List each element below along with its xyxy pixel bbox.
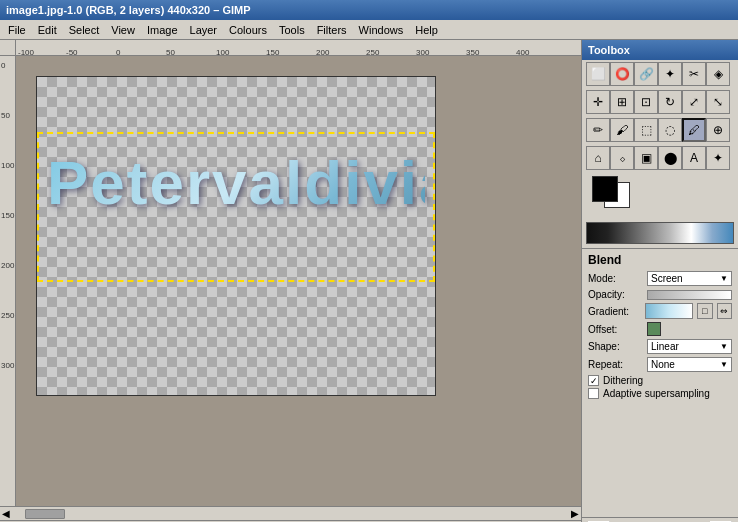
menu-colours[interactable]: Colours — [223, 22, 273, 38]
shape-label: Shape: — [588, 341, 643, 352]
opacity-label: Opacity: — [588, 289, 643, 300]
tool-icons-row3: ✏ 🖌 ⬚ ◌ 🖊 ⊕ — [582, 116, 738, 144]
fuzzy-select-tool[interactable]: ✦ — [658, 62, 682, 86]
ruler-tick: 400 — [516, 48, 529, 56]
canvas-container: Petervaldivia — [16, 56, 581, 506]
repeat-value: None — [651, 359, 675, 370]
scroll-left-btn[interactable]: ◀ — [2, 508, 10, 519]
ruler-tick-v: 250 — [1, 311, 14, 320]
pencil-tool[interactable]: ✏ — [586, 118, 610, 142]
ruler-tick-v: 150 — [1, 211, 14, 220]
shape-dropdown[interactable]: Linear ▼ — [647, 339, 732, 354]
bucket-tool[interactable]: ⬤ — [658, 146, 682, 170]
heal-tool[interactable]: ⌂ — [586, 146, 610, 170]
ruler-tick-v: 300 — [1, 361, 14, 370]
blend-tool[interactable]: ▣ — [634, 146, 658, 170]
adaptive-row: Adaptive supersampling — [588, 388, 732, 399]
mode-arrow: ▼ — [720, 274, 728, 283]
text-tool[interactable]: A — [682, 146, 706, 170]
canvas-text: Petervaldivia — [47, 147, 425, 218]
menu-edit[interactable]: Edit — [32, 22, 63, 38]
ink-tool[interactable]: 🖊 — [682, 118, 706, 142]
foreground-select-tool[interactable]: ◈ — [706, 62, 730, 86]
dithering-checkbox[interactable]: ✓ — [588, 375, 599, 386]
ruler-tick-v: 200 — [1, 261, 14, 270]
blend-opacity-row: Opacity: — [588, 289, 732, 300]
blend-title: Blend — [588, 253, 732, 267]
scroll-right-btn[interactable]: ▶ — [571, 508, 579, 519]
eraser-tool[interactable]: ⬚ — [634, 118, 658, 142]
tool-icons-row2: ✛ ⊞ ⊡ ↻ ⤢ ⤡ — [582, 88, 738, 116]
rotate-tool[interactable]: ↻ — [658, 90, 682, 114]
toolbox-title: Toolbox — [582, 40, 738, 60]
ruler-tick-v: 100 — [1, 161, 14, 170]
dithering-row: ✓ Dithering — [588, 375, 732, 386]
ruler-tick-v: 0 — [1, 61, 5, 70]
color-swatches-area — [582, 172, 738, 222]
ruler-top: -100 -50 0 50 100 150 200 250 300 350 40… — [0, 40, 581, 56]
ruler-horizontal: -100 -50 0 50 100 150 200 250 300 350 40… — [16, 40, 581, 56]
scrollbar-thumb[interactable] — [25, 509, 65, 519]
blend-gradient-row: Gradient: □ ⇔ — [588, 303, 732, 319]
ruler-tick: 150 — [266, 48, 279, 56]
scrollbar-horizontal[interactable]: ◀ ▶ — [0, 506, 581, 520]
scale-tool[interactable]: ⤢ — [682, 90, 706, 114]
adaptive-label: Adaptive supersampling — [603, 388, 710, 399]
menu-image[interactable]: Image — [141, 22, 184, 38]
mode-value: Screen — [651, 273, 683, 284]
move-tool[interactable]: ✛ — [586, 90, 610, 114]
adaptive-checkbox[interactable] — [588, 388, 599, 399]
menu-help[interactable]: Help — [409, 22, 444, 38]
menu-windows[interactable]: Windows — [353, 22, 410, 38]
tool-icons-row1: ⬜ ⭕ 🔗 ✦ ✂ ◈ — [582, 60, 738, 88]
rect-select-tool[interactable]: ⬜ — [586, 62, 610, 86]
blend-panel: Blend Mode: Screen ▼ Opacity: Gradient: … — [582, 248, 738, 517]
blend-shape-row: Shape: Linear ▼ — [588, 339, 732, 354]
crop-tool[interactable]: ⊡ — [634, 90, 658, 114]
scissor-tool[interactable]: ✂ — [682, 62, 706, 86]
shape-arrow: ▼ — [720, 342, 728, 351]
gradient-preview[interactable] — [645, 303, 693, 319]
mode-label: Mode: — [588, 273, 643, 284]
mode-dropdown[interactable]: Screen ▼ — [647, 271, 732, 286]
ellipse-select-tool[interactable]: ⭕ — [610, 62, 634, 86]
canvas-area: -100 -50 0 50 100 150 200 250 300 350 40… — [0, 40, 581, 522]
gradient-reverse-btn[interactable]: ⇔ — [717, 303, 732, 319]
lasso-tool[interactable]: 🔗 — [634, 62, 658, 86]
main-layout: -100 -50 0 50 100 150 200 250 300 350 40… — [0, 40, 738, 522]
menu-layer[interactable]: Layer — [184, 22, 224, 38]
ruler-corner — [0, 40, 16, 56]
blend-offset-row: Offset: — [588, 322, 732, 336]
menu-tools[interactable]: Tools — [273, 22, 311, 38]
menu-view[interactable]: View — [105, 22, 141, 38]
dithering-label: Dithering — [603, 375, 643, 386]
ruler-tick: 100 — [216, 48, 229, 56]
repeat-label: Repeat: — [588, 359, 643, 370]
repeat-dropdown[interactable]: None ▼ — [647, 357, 732, 372]
fg-color-swatch[interactable] — [592, 176, 618, 202]
shape-value: Linear — [651, 341, 679, 352]
opacity-slider[interactable] — [647, 290, 732, 300]
ruler-tick: 350 — [466, 48, 479, 56]
clone-tool[interactable]: ⊕ — [706, 118, 730, 142]
color-picker-tool[interactable]: ✦ — [706, 146, 730, 170]
airbrush-tool[interactable]: ◌ — [658, 118, 682, 142]
title-bar: image1.jpg-1.0 (RGB, 2 layers) 440x320 –… — [0, 0, 738, 20]
gradient-edit-btn[interactable]: □ — [697, 303, 712, 319]
shear-tool[interactable]: ⤡ — [706, 90, 730, 114]
toolbox-bottom: 💾 ↩ — [582, 517, 738, 522]
ruler-tick: -50 — [66, 48, 78, 56]
gradient-label: Gradient: — [588, 306, 641, 317]
ruler-tick-v: 50 — [1, 111, 10, 120]
ruler-vertical: 0 50 100 150 200 250 300 — [0, 56, 16, 506]
align-tool[interactable]: ⊞ — [610, 90, 634, 114]
perspective-tool[interactable]: ⬦ — [610, 146, 634, 170]
menu-select[interactable]: Select — [63, 22, 106, 38]
ruler-tick: 250 — [366, 48, 379, 56]
paintbrush-tool[interactable]: 🖌 — [610, 118, 634, 142]
offset-label: Offset: — [588, 324, 643, 335]
title-text: image1.jpg-1.0 (RGB, 2 layers) 440x320 –… — [6, 4, 251, 16]
menu-file[interactable]: File — [2, 22, 32, 38]
canvas-scroll: 0 50 100 150 200 250 300 Petervaldivia — [0, 56, 581, 506]
menu-filters[interactable]: Filters — [311, 22, 353, 38]
